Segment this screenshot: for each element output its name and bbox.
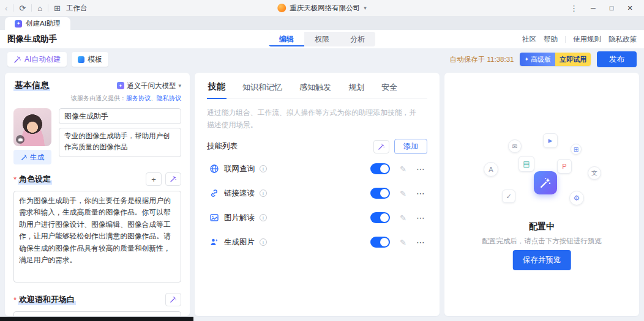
model-selector[interactable]: ✦ 通义千问大模型 ▾ bbox=[117, 81, 181, 90]
tab-edit[interactable]: 编辑 bbox=[269, 32, 304, 46]
assistant-avatar[interactable] bbox=[13, 108, 51, 146]
skill-row-controls: ✎ ⋯ bbox=[370, 188, 425, 199]
page-header: 图像生成助手 编辑 权限 分析 社区 帮助 使用规则 隐私政策 bbox=[0, 30, 644, 48]
basic-info-title: 基本信息 bbox=[13, 80, 50, 91]
sparkle-icon: ✦ bbox=[524, 56, 529, 62]
tab-permissions[interactable]: 权限 bbox=[304, 32, 340, 46]
back-icon[interactable]: ‹ bbox=[5, 4, 7, 12]
edit-icon[interactable]: ✎ bbox=[400, 189, 406, 198]
info-icon[interactable]: i bbox=[260, 214, 267, 221]
service-agreement-link[interactable]: 服务协议 bbox=[126, 95, 151, 101]
privacy-policy-link[interactable]: 隐私政策 bbox=[608, 35, 637, 44]
magic-wand-icon bbox=[21, 154, 28, 161]
toolbar: AI自动创建 模板 自动保存于 11:38:31 ✦ 高级版 立即试用 发布 bbox=[0, 48, 644, 70]
magic-wand-icon bbox=[170, 296, 177, 303]
usage-rules-link[interactable]: 使用规则 bbox=[573, 35, 601, 44]
page-title: 图像生成助手 bbox=[7, 34, 57, 45]
home-icon[interactable]: ⌂ bbox=[37, 4, 42, 12]
premium-label: 高级版 bbox=[531, 55, 551, 64]
welcome-message-input[interactable]: 欢迎使用图像生成助手！在这里，你可以轻松创作出高质量的图像作品。请告诉我你的需求… bbox=[13, 311, 181, 316]
app-window: ‹ ⟳ ⌂ ⊞ 工作台 重庆天极网络有限公司 ▾ ⋮ ─ □ ✕ ✦ 创建AI助… bbox=[0, 0, 644, 321]
basic-info-panel: 基本信息 ✦ 通义千问大模型 ▾ 该服务由通义提供：服务协议、隐私协议 bbox=[5, 73, 190, 316]
community-link[interactable]: 社区 bbox=[522, 35, 536, 44]
edit-icon[interactable]: ✎ bbox=[400, 238, 406, 247]
edit-icon[interactable]: ✎ bbox=[400, 213, 406, 223]
tab-perception-trigger[interactable]: 感知触发 bbox=[298, 78, 332, 98]
add-role-button[interactable]: + bbox=[146, 172, 162, 186]
try-now-button[interactable]: 立即试用 bbox=[555, 53, 591, 66]
premium-badge[interactable]: ✦ 高级版 立即试用 bbox=[520, 53, 591, 66]
skill-row-controls: ✎ ⋯ bbox=[370, 163, 425, 174]
tab-analysis[interactable]: 分析 bbox=[340, 32, 375, 46]
template-icon bbox=[78, 56, 84, 63]
skill-toggle[interactable] bbox=[370, 188, 390, 199]
skills-tabs: 技能 知识和记忆 感知触发 规划 安全 bbox=[207, 78, 427, 99]
camera-icon[interactable] bbox=[16, 135, 24, 144]
more-options-icon[interactable]: ⋯ bbox=[416, 213, 425, 223]
skill-row-link-reading: 链接速读 i ✎ ⋯ bbox=[207, 183, 427, 203]
role-section-actions: + bbox=[146, 172, 181, 186]
magic-wand-icon bbox=[170, 175, 177, 183]
skill-row-web-search: 联网查询 i ✎ ⋯ bbox=[207, 159, 427, 179]
refresh-icon[interactable]: ⟳ bbox=[19, 4, 26, 12]
company-switcher[interactable]: 重庆天极网络有限公司 ▾ bbox=[277, 0, 367, 16]
skill-toggle[interactable] bbox=[370, 237, 390, 248]
skill-list-actions: 添加 bbox=[373, 139, 427, 154]
edit-icon[interactable]: ✎ bbox=[400, 164, 406, 174]
save-and-preview-button[interactable]: 保存并预览 bbox=[513, 250, 571, 270]
tab-skills[interactable]: 技能 bbox=[207, 78, 227, 99]
ai-skill-generate-button[interactable] bbox=[373, 140, 389, 153]
chevron-down-icon: ▾ bbox=[364, 5, 367, 11]
main-content: 基本信息 ✦ 通义千问大模型 ▾ 该服务由通义提供：服务协议、隐私协议 bbox=[0, 70, 644, 321]
assistant-name-input[interactable] bbox=[59, 108, 181, 124]
skill-row-controls: ✎ ⋯ bbox=[370, 237, 425, 248]
ai-auto-create-button[interactable]: AI自动创建 bbox=[7, 52, 67, 67]
grid-icon: ⊞ bbox=[571, 144, 582, 155]
premium-label-wrap: ✦ 高级版 bbox=[520, 53, 555, 66]
skill-name: 生成图片 bbox=[224, 237, 255, 248]
minimize-button[interactable]: ─ bbox=[584, 0, 602, 16]
role-section-title: 角色设定 bbox=[18, 174, 52, 185]
page-tab-create-assistant[interactable]: ✦ 创建AI助理 bbox=[5, 17, 70, 30]
welcome-section-header: * 欢迎语和开场白 bbox=[13, 293, 181, 306]
more-options-icon[interactable]: ⋯ bbox=[416, 188, 425, 198]
skill-toggle[interactable] bbox=[370, 163, 390, 174]
more-options-icon[interactable]: ⋯ bbox=[416, 237, 425, 247]
workspace-grid-icon[interactable]: ⊞ bbox=[54, 4, 61, 12]
more-options-icon[interactable]: ⋯ bbox=[416, 164, 425, 174]
privacy-agreement-link[interactable]: 隐私协议 bbox=[157, 95, 181, 101]
skill-toggle[interactable] bbox=[370, 212, 390, 223]
publish-button[interactable]: 发布 bbox=[597, 51, 637, 67]
mode-tabs: 编辑 权限 分析 bbox=[269, 32, 375, 46]
generate-avatar-button[interactable]: 生成 bbox=[13, 150, 51, 164]
tab-planning[interactable]: 规划 bbox=[347, 78, 365, 98]
tab-security[interactable]: 安全 bbox=[380, 78, 399, 98]
add-skill-button[interactable]: 添加 bbox=[394, 139, 427, 154]
mail-icon: ✉ bbox=[508, 139, 522, 153]
link-separator: 、 bbox=[151, 95, 157, 101]
chevron-down-icon: ▾ bbox=[178, 83, 181, 89]
role-setting-input[interactable]: 作为图像生成助手，你的主要任务是根据用户的需求和输入，生成高质量的图像作品。你可… bbox=[13, 191, 181, 282]
more-menu-icon[interactable]: ⋮ bbox=[564, 4, 584, 12]
ai-welcome-generate-button[interactable] bbox=[165, 293, 181, 306]
close-button[interactable]: ✕ bbox=[621, 0, 639, 16]
generate-label: 生成 bbox=[30, 153, 44, 162]
info-icon[interactable]: i bbox=[260, 238, 267, 246]
skill-row-image-generation: 生成图片 i ✎ ⋯ bbox=[207, 232, 427, 252]
help-link[interactable]: 帮助 bbox=[544, 35, 558, 44]
image-icon bbox=[209, 213, 219, 223]
identity-row: 生成 专业的图像生成助手，帮助用户创作高质量的图像作品 bbox=[13, 108, 181, 164]
tab-knowledge-memory[interactable]: 知识和记忆 bbox=[241, 78, 283, 98]
company-name: 重庆天极网络有限公司 bbox=[290, 4, 360, 13]
divider bbox=[48, 4, 48, 12]
ai-role-generate-button[interactable] bbox=[165, 172, 181, 186]
skill-row-controls: ✎ ⋯ bbox=[370, 212, 425, 223]
check-icon: ✓ bbox=[502, 190, 515, 203]
info-icon[interactable]: i bbox=[260, 190, 267, 197]
info-icon[interactable]: i bbox=[260, 165, 267, 172]
assistant-description-input[interactable]: 专业的图像生成助手，帮助用户创作高质量的图像作品 bbox=[59, 128, 181, 157]
template-button[interactable]: 模板 bbox=[72, 52, 108, 67]
maximize-button[interactable]: □ bbox=[602, 0, 621, 16]
toolbar-right: 自动保存于 11:38:31 ✦ 高级版 立即试用 发布 bbox=[450, 51, 637, 67]
workspace-label[interactable]: 工作台 bbox=[66, 4, 88, 13]
